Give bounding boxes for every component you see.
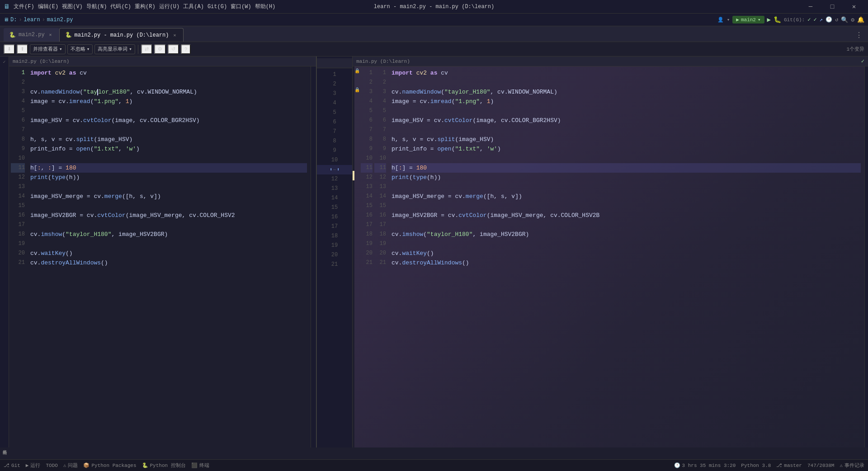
- python-version-status[interactable]: Python 3.8: [741, 463, 771, 468]
- nav-icon: 🖥: [4, 17, 9, 23]
- right-editor-header: main.py (D:\learn) ✓: [353, 57, 868, 66]
- maximize-button[interactable]: □: [822, 0, 843, 14]
- todo-label: TODO: [46, 463, 57, 468]
- scroll-up-button[interactable]: ⬆: [17, 44, 28, 54]
- rrn-9: 9: [374, 144, 386, 154]
- run-config[interactable]: ▶ main2 ▾: [732, 16, 764, 24]
- menu-git[interactable]: Git(G): [208, 4, 227, 10]
- arrows-button[interactable]: ⇄: [141, 44, 152, 54]
- menu-refactor[interactable]: 重构(R): [135, 3, 156, 10]
- help-icon: ?: [184, 47, 187, 52]
- problem-status[interactable]: ⚠ 问题: [63, 462, 78, 469]
- help-button[interactable]: ?: [181, 44, 191, 54]
- python-console-status[interactable]: 🐍 Python 控制台: [142, 462, 186, 469]
- user-icon-area[interactable]: 👤 ▾: [717, 17, 730, 23]
- left-scrollbar[interactable]: [311, 66, 316, 447]
- code-line-5: [30, 106, 307, 116]
- scroll-down-button[interactable]: ⬇: [4, 44, 15, 54]
- rln-14: 14: [361, 192, 373, 201]
- tab-close-1[interactable]: ✕: [47, 32, 54, 38]
- git-check2[interactable]: ✓: [813, 16, 816, 23]
- git-history[interactable]: 🕐: [826, 16, 832, 23]
- nav-drive[interactable]: D:: [10, 17, 17, 23]
- rln-21: 21: [361, 258, 373, 268]
- r-code-line-10: [392, 154, 861, 163]
- line-num-7: 7: [11, 125, 25, 135]
- master-label: master: [784, 463, 802, 468]
- menu-code[interactable]: 代码(C): [110, 3, 131, 10]
- event-log-status[interactable]: ⚠ 事件记录: [840, 462, 864, 469]
- tab-more-button[interactable]: ⋮: [854, 29, 864, 42]
- tab-main2py[interactable]: 🐍 main2.py ✕: [4, 28, 59, 42]
- terminal-label: 终端: [199, 462, 209, 469]
- todo-status[interactable]: TODO: [46, 463, 57, 468]
- menu-window[interactable]: 窗口(W): [231, 3, 251, 10]
- right-header-check: ✓: [861, 58, 864, 65]
- run-status[interactable]: ▶ 运行: [26, 462, 41, 469]
- run-button[interactable]: ▶: [767, 16, 771, 24]
- menu-nav[interactable]: 导航(N): [86, 3, 107, 10]
- debug-button[interactable]: 🐛: [774, 16, 781, 24]
- menu-view[interactable]: 视图(V): [62, 3, 83, 10]
- menu-tools[interactable]: 工具(A): [183, 3, 204, 10]
- git-check1[interactable]: ✓: [807, 16, 811, 23]
- diff-left-nums: 1 2 3 4 5 6 7 8 9 10 ⬇ — ⬆ 12 13: [317, 70, 352, 269]
- highlight-dropdown[interactable]: 高亮显示单词 ▾: [94, 44, 135, 54]
- right-code-content[interactable]: import cv2 as cv cv.namedWindow("taylor_…: [388, 66, 864, 447]
- tab-diff[interactable]: 🐍 main2.py - main.py (D:\learn) ✕: [59, 28, 184, 42]
- ignore-dropdown[interactable]: 不忽略 ▾: [67, 44, 93, 54]
- rrn-6: 6: [374, 116, 386, 125]
- r-code-line-2: [392, 78, 861, 87]
- compare-view-label: 并排查看器: [33, 46, 58, 52]
- close-button[interactable]: ✕: [844, 0, 864, 14]
- code-line-20: cv.waitKey(): [30, 249, 307, 258]
- right-scrollbar[interactable]: [864, 66, 868, 447]
- rln-16: 16: [361, 211, 373, 220]
- git-branch-status[interactable]: ⎇ master: [776, 462, 802, 468]
- nav-file[interactable]: main2.py: [47, 17, 73, 23]
- menu-edit[interactable]: 编辑(E): [38, 3, 59, 10]
- compare-view-dropdown[interactable]: 并排查看器 ▾: [30, 44, 66, 54]
- window-title: learn - main2.py - main.py (D:\learn): [374, 4, 494, 10]
- line-num-19: 19: [11, 239, 25, 249]
- gear-button[interactable]: ⚙: [154, 44, 166, 54]
- top-toolbar-right: 👤 ▾ ▶ main2 ▾ ▶ 🐛 Git(G): ✓ ✓ ↗ 🕐 ↺ 🔍 ⚙ …: [717, 16, 864, 24]
- notifications-button[interactable]: 🔔: [857, 16, 864, 24]
- python-console-label: Python 控制台: [150, 462, 186, 469]
- r-code-line-7: [392, 125, 861, 135]
- diff-dash: —: [333, 165, 336, 174]
- line-num-21: 21: [11, 258, 25, 268]
- settings-button[interactable]: ⚙: [851, 16, 854, 24]
- nav-bar: 🖥 D: › learn › main2.py 👤 ▾ ▶ main2 ▾ ▶ …: [0, 14, 868, 26]
- rrn-7: 7: [374, 125, 386, 135]
- rln-9: 9: [361, 144, 373, 154]
- activity-icon-1[interactable]: ✓: [1, 58, 8, 66]
- r-code-line-15: [392, 201, 861, 211]
- tab-close-2[interactable]: ✕: [171, 32, 178, 38]
- code-line-1: import cv2 as cv: [30, 68, 307, 78]
- left-editor-title: main2.py (D:\learn): [13, 59, 69, 64]
- terminal-status[interactable]: ⬛ 终端: [191, 462, 209, 469]
- left-code-content[interactable]: import cv2 as cv cv.namedWindow("taylor_…: [27, 66, 311, 447]
- git-branch-icon: ⎇: [4, 462, 9, 468]
- activity-bar: ✓ 书签 结构: [0, 57, 9, 447]
- python-packages-status[interactable]: 📦 Python Packages: [83, 462, 136, 468]
- right-editor-content[interactable]: 🔒 🔒 1 2 3 4 5 6 7 8 9 10 11: [353, 66, 868, 447]
- search-button[interactable]: 🔍: [841, 16, 848, 24]
- menu-run[interactable]: 运行(U): [159, 3, 180, 10]
- code-line-19: [30, 239, 307, 249]
- refresh-button[interactable]: ↺: [168, 44, 179, 54]
- git-push[interactable]: ↗: [820, 16, 823, 23]
- r-code-line-8: h, s, v = cv.split(image_HSV): [392, 135, 861, 144]
- merge-right-icon[interactable]: ⬇: [330, 165, 332, 174]
- tab-label-2: main2.py - main.py (D:\learn): [75, 32, 169, 38]
- nav-folder[interactable]: learn: [24, 17, 40, 23]
- minimize-button[interactable]: ─: [800, 0, 821, 14]
- left-editor-content[interactable]: 1 2 3 4 5 6 7 8 9 10 11 12 13 14 15 16 1: [9, 66, 316, 447]
- merge-left-icon[interactable]: ⬆: [337, 165, 340, 174]
- git-refresh[interactable]: ↺: [835, 16, 838, 23]
- code-line-9: print_info = open("1.txt", 'w'): [30, 144, 307, 154]
- menu-file[interactable]: 文件(F): [14, 3, 34, 10]
- menu-help[interactable]: 帮助(H): [255, 3, 276, 10]
- git-status[interactable]: ⎇ Git: [4, 462, 20, 468]
